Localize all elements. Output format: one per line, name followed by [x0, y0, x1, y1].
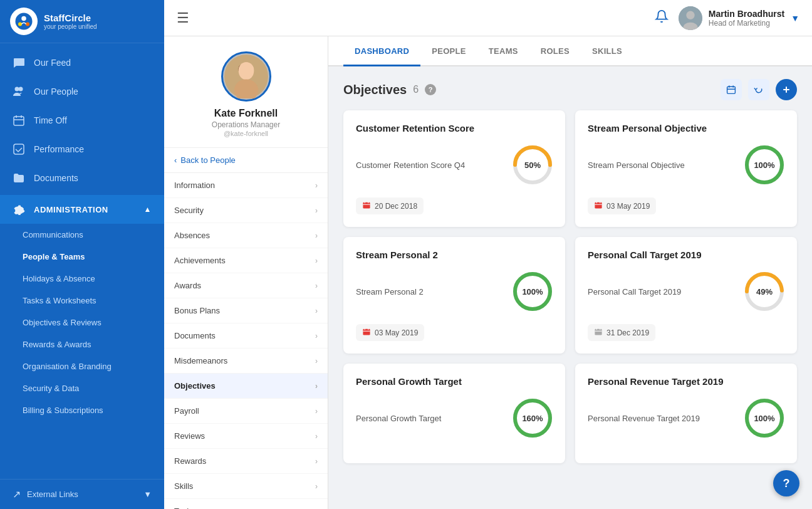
- calendar-view-button[interactable]: [721, 79, 742, 100]
- chevron-up-icon: ▲: [144, 205, 152, 214]
- tab-skills[interactable]: SKILLS: [581, 36, 633, 66]
- card-body: Personal Growth Target 160%: [356, 398, 553, 438]
- menu-item-objectives[interactable]: Objectives ›: [164, 374, 328, 399]
- card-label: Customer Retention Score Q4: [356, 160, 465, 170]
- person-panel: Kate Forknell Operations Manager @kate-f…: [164, 36, 328, 509]
- menu-item-achievements[interactable]: Achievements ›: [164, 248, 328, 273]
- refresh-button[interactable]: [748, 79, 769, 100]
- hamburger-button[interactable]: ☰: [177, 10, 189, 26]
- card-title: Customer Retention Score: [356, 123, 553, 134]
- card-title: Stream Personal 2: [356, 249, 553, 260]
- svg-rect-21: [595, 202, 601, 209]
- chevron-right-icon: ›: [315, 432, 318, 441]
- progress-circle: 100%: [513, 271, 553, 312]
- menu-item-misdemeanors[interactable]: Misdemeanors ›: [164, 349, 328, 374]
- back-to-people[interactable]: ‹ Back to People: [164, 148, 328, 173]
- user-info: Martin Broadhurst Head of Marketing: [709, 9, 784, 28]
- admin-item-communications[interactable]: Communications: [0, 224, 164, 246]
- content: Kate Forknell Operations Manager @kate-f…: [164, 36, 812, 509]
- svg-rect-24: [363, 329, 370, 335]
- svg-rect-6: [14, 117, 24, 125]
- admin-item-security-data[interactable]: Security & Data: [0, 377, 164, 399]
- card-stream-personal-obj[interactable]: Stream Personal Objective Stream Persona…: [575, 110, 797, 227]
- progress-circle: 100%: [744, 398, 784, 438]
- logo-icon: [10, 8, 38, 35]
- objectives-section: Objectives 6 ?: [328, 66, 812, 476]
- menu-item-tasks[interactable]: Tasks ›: [164, 499, 328, 509]
- svg-point-0: [16, 13, 33, 30]
- card-stream-personal-2[interactable]: Stream Personal 2 Stream Personal 2 100%: [343, 237, 565, 354]
- chevron-right-icon: ›: [315, 382, 318, 391]
- sidebar-item-documents[interactable]: Documents: [0, 164, 164, 192]
- chevron-right-icon: ›: [315, 307, 318, 315]
- card-label: Personal Call Target 2019: [588, 287, 681, 296]
- topbar: ☰ Martin Broadhurst Head o: [164, 0, 812, 36]
- chevron-right-icon: ›: [315, 231, 318, 240]
- objectives-title: Objectives 6 ?: [343, 83, 436, 97]
- tab-teams[interactable]: TEAMS: [477, 36, 529, 66]
- help-icon[interactable]: ?: [425, 84, 436, 95]
- menu-item-documents[interactable]: Documents ›: [164, 323, 328, 349]
- chat-icon: [13, 56, 25, 69]
- external-links[interactable]: ↗ External Links ▼: [0, 479, 164, 509]
- admin-item-organisation-branding[interactable]: Organisation & Branding: [0, 355, 164, 377]
- person-handle: @kate-forknell: [224, 130, 268, 137]
- svg-rect-15: [727, 87, 736, 93]
- chevron-right-icon: ›: [315, 457, 318, 466]
- chevron-right-icon: ›: [315, 181, 318, 190]
- add-objective-button[interactable]: [776, 79, 797, 100]
- admin-item-holidays-absence[interactable]: Holidays & Absence: [0, 268, 164, 290]
- menu-item-bonus-plans[interactable]: Bonus Plans ›: [164, 298, 328, 323]
- avatar: [679, 6, 702, 30]
- sidebar-item-our-people[interactable]: Our People: [0, 77, 164, 106]
- card-personal-revenue[interactable]: Personal Revenue Target 2019 Personal Re…: [575, 364, 797, 463]
- sidebar-menu: Information › Security › Absences › Achi…: [164, 173, 328, 509]
- chevron-right-icon: ›: [315, 256, 318, 265]
- user-menu[interactable]: Martin Broadhurst Head of Marketing ▼: [679, 6, 799, 30]
- card-body: Personal Call Target 2019 49%: [588, 271, 784, 312]
- admin-item-tasks-worksheets[interactable]: Tasks & Worksheets: [0, 290, 164, 312]
- date-badge: 20 Dec 2018: [356, 197, 424, 214]
- card-personal-growth[interactable]: Personal Growth Target Personal Growth T…: [343, 364, 565, 463]
- card-title: Personal Revenue Target 2019: [588, 376, 784, 387]
- notification-bell[interactable]: [655, 9, 669, 26]
- menu-item-information[interactable]: Information ›: [164, 173, 328, 198]
- help-fab[interactable]: ?: [773, 470, 799, 496]
- chevron-right-icon: ›: [315, 507, 318, 510]
- menu-item-payroll[interactable]: Payroll ›: [164, 399, 328, 424]
- tabs-bar: DASHBOARD PEOPLE TEAMS ROLES SKILLS: [328, 36, 812, 66]
- admin-submenu: Communications People & Teams Holidays &…: [0, 224, 164, 421]
- menu-item-reviews[interactable]: Reviews ›: [164, 424, 328, 449]
- admin-item-people-teams[interactable]: People & Teams: [0, 246, 164, 268]
- tab-dashboard[interactable]: DASHBOARD: [343, 36, 420, 66]
- admin-item-rewards-awards[interactable]: Rewards & Awards: [0, 333, 164, 355]
- tab-roles[interactable]: ROLES: [529, 36, 581, 66]
- svg-point-14: [238, 62, 254, 78]
- menu-item-absences[interactable]: Absences ›: [164, 223, 328, 248]
- calendar-icon: [594, 201, 603, 211]
- sidebar-item-performance[interactable]: Performance: [0, 135, 164, 164]
- admin-item-objectives-reviews[interactable]: Objectives & Reviews: [0, 312, 164, 333]
- menu-item-rewards[interactable]: Rewards ›: [164, 449, 328, 474]
- card-title: Personal Call Target 2019: [588, 249, 784, 260]
- chevron-right-icon: ›: [315, 357, 318, 365]
- chevron-right-icon: ›: [315, 206, 318, 215]
- menu-item-security[interactable]: Security ›: [164, 198, 328, 223]
- objectives-cards: Customer Retention Score Customer Retent…: [343, 110, 797, 463]
- menu-item-skills[interactable]: Skills ›: [164, 474, 328, 499]
- progress-label: 100%: [522, 287, 543, 296]
- folder-icon: [13, 172, 25, 184]
- sidebar-nav: Our Feed Our People Time Off: [0, 43, 164, 479]
- admin-item-billing-subscriptions[interactable]: Billing & Subscriptions: [0, 399, 164, 421]
- menu-item-awards[interactable]: Awards ›: [164, 273, 328, 298]
- check-icon: [13, 143, 25, 155]
- external-link-icon: ↗: [13, 488, 21, 500]
- card-footer: 31 Dec 2019: [588, 324, 784, 341]
- card-customer-retention[interactable]: Customer Retention Score Customer Retent…: [343, 110, 565, 227]
- admin-section[interactable]: Administration ▲: [0, 195, 164, 224]
- chevron-right-icon: ›: [315, 407, 318, 416]
- sidebar-item-time-off[interactable]: Time Off: [0, 106, 164, 135]
- sidebar-item-our-feed[interactable]: Our Feed: [0, 48, 164, 77]
- card-personal-call-target[interactable]: Personal Call Target 2019 Personal Call …: [575, 237, 797, 354]
- tab-people[interactable]: PEOPLE: [420, 36, 477, 66]
